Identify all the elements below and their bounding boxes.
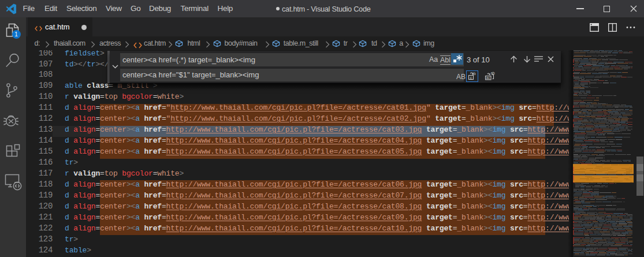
svg-text:ab: ab — [491, 72, 496, 75]
svg-text:ac: ac — [486, 76, 491, 80]
